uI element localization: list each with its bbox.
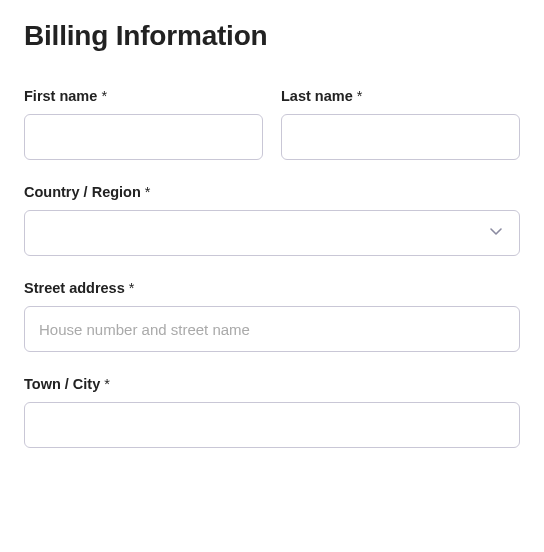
- last-name-input[interactable]: [281, 114, 520, 160]
- required-mark: *: [101, 88, 107, 104]
- required-mark: *: [357, 88, 363, 104]
- country-select-wrap: [24, 210, 520, 256]
- street-label: Street address *: [24, 280, 520, 296]
- city-row: Town / City *: [24, 376, 520, 448]
- country-row: Country / Region *: [24, 184, 520, 256]
- country-field: Country / Region *: [24, 184, 520, 256]
- required-mark: *: [145, 184, 151, 200]
- last-name-field: Last name *: [281, 88, 520, 160]
- country-label: Country / Region *: [24, 184, 520, 200]
- last-name-label-text: Last name: [281, 88, 353, 104]
- street-input[interactable]: [24, 306, 520, 352]
- country-select[interactable]: [24, 210, 520, 256]
- street-row: Street address *: [24, 280, 520, 352]
- first-name-input[interactable]: [24, 114, 263, 160]
- name-row: First name * Last name *: [24, 88, 520, 160]
- country-label-text: Country / Region: [24, 184, 141, 200]
- last-name-label: Last name *: [281, 88, 520, 104]
- city-label: Town / City *: [24, 376, 520, 392]
- page-title: Billing Information: [24, 20, 520, 52]
- first-name-field: First name *: [24, 88, 263, 160]
- first-name-label-text: First name: [24, 88, 97, 104]
- required-mark: *: [129, 280, 135, 296]
- city-field: Town / City *: [24, 376, 520, 448]
- city-input[interactable]: [24, 402, 520, 448]
- required-mark: *: [104, 376, 110, 392]
- city-label-text: Town / City: [24, 376, 100, 392]
- street-field: Street address *: [24, 280, 520, 352]
- street-label-text: Street address: [24, 280, 125, 296]
- first-name-label: First name *: [24, 88, 263, 104]
